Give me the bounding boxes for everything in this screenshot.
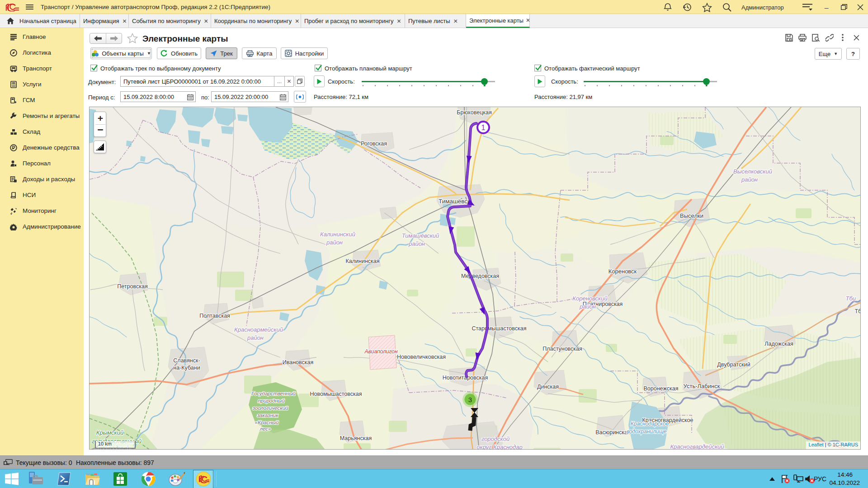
svg-text:Ладожская: Ладожская <box>764 341 793 347</box>
svg-text:Крымский: Крымский <box>96 429 123 436</box>
svg-text:зоологический: зоологический <box>252 405 288 411</box>
svg-text:Полтавская: Полтавская <box>199 313 230 319</box>
svg-text:Тимашёвск: Тимашёвск <box>439 198 470 205</box>
svg-text:район: район <box>408 240 425 247</box>
svg-text:Медведовская: Медведовская <box>461 273 499 279</box>
svg-text:Динская: Динская <box>537 384 559 390</box>
svg-text:городской: городской <box>481 436 509 442</box>
svg-text:Выселки: Выселки <box>680 212 703 219</box>
svg-text:Кореновск: Кореновск <box>609 268 637 275</box>
svg-text:3: 3 <box>468 396 472 404</box>
svg-text:Воронежская: Воронежская <box>644 385 679 392</box>
svg-text:Тб: Тб <box>855 308 861 314</box>
svg-text:Брюховецкая: Брюховецкая <box>457 109 492 116</box>
svg-text:Роговская: Роговская <box>361 141 387 147</box>
svg-text:Васюринская: Васюринская <box>595 429 630 436</box>
svg-text:Красногвардейский: Красногвардейский <box>670 443 724 450</box>
svg-text:район: район <box>579 303 596 310</box>
svg-text:Красноармейский: Красноармейский <box>234 326 283 333</box>
svg-text:район: район <box>326 239 343 246</box>
svg-text:Усть-Лабинск: Усть-Лабинск <box>684 383 720 389</box>
svg-text:Калининский: Калининский <box>320 231 355 238</box>
svg-text:район: район <box>247 334 264 341</box>
svg-text:Тби: Тби <box>846 295 856 302</box>
svg-text:Славянск-: Славянск- <box>173 357 200 364</box>
svg-text:Авиаполигон: Авиаполигон <box>364 348 398 355</box>
svg-text:Нововеличковская: Нововеличковская <box>397 354 446 360</box>
svg-text:на-Кубани: на-Кубани <box>173 365 200 371</box>
svg-text:Кореновский: Кореновский <box>572 295 607 302</box>
svg-text:округ Краснодар: округ Краснодар <box>476 444 522 450</box>
svg-text:Ивановская: Ивановская <box>283 359 314 366</box>
svg-text:Марьянская: Марьянская <box>340 435 372 441</box>
svg-text:заказник: заказник <box>257 413 278 418</box>
svg-text:природный: природный <box>258 398 285 404</box>
svg-text:лес»: лес» <box>259 426 271 432</box>
svg-text:Государственный: Государственный <box>251 391 296 396</box>
svg-text:Тимашёвский: Тимашёвский <box>402 232 439 239</box>
svg-text:Краснодарское: Краснодарское <box>631 421 669 427</box>
svg-text:Двубратский: Двубратский <box>717 361 750 368</box>
svg-text:Старомышастовская: Старомышастовская <box>472 325 526 332</box>
svg-text:Петровская: Петровская <box>117 283 147 290</box>
svg-text:Калининская: Калининская <box>345 258 379 264</box>
svg-text:1: 1 <box>481 123 485 132</box>
svg-text:Новомышастовская: Новомышастовская <box>310 391 362 397</box>
svg-text:район: район <box>741 176 758 183</box>
svg-text:«Красный: «Красный <box>255 420 279 425</box>
svg-text:водохранилище: водохранилище <box>627 428 667 435</box>
svg-text:Выселковский: Выселковский <box>733 168 772 175</box>
svg-text:Пластуновская: Пластуновская <box>542 346 582 352</box>
